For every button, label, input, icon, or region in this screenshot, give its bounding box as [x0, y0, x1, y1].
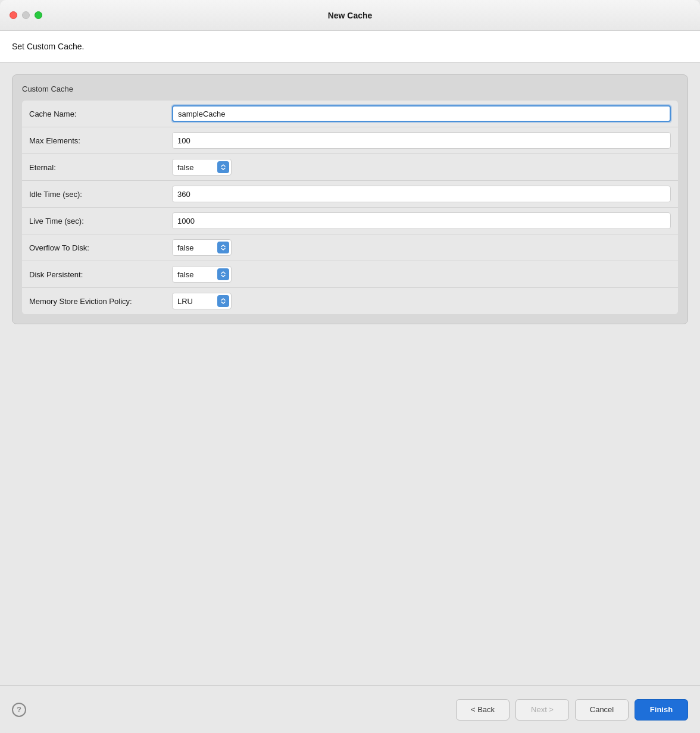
title-bar: New Cache — [0, 0, 700, 31]
cache-name-input[interactable] — [172, 105, 671, 122]
cache-name-row: Cache Name: — [22, 101, 678, 127]
window-controls — [10, 11, 42, 19]
disk-persistent-select[interactable]: false true — [172, 266, 232, 283]
form-container: Cache Name: Max Elements: Eternal: false… — [22, 101, 678, 314]
overflow-to-disk-select-wrapper: false true — [172, 239, 232, 256]
window-title: New Cache — [328, 11, 373, 20]
idle-time-row: Idle Time (sec): — [22, 181, 678, 208]
subtitle-bar: Set Custom Cache. — [0, 31, 700, 62]
live-time-row: Live Time (sec): — [22, 208, 678, 234]
eternal-label: Eternal: — [29, 163, 172, 172]
max-elements-row: Max Elements: — [22, 127, 678, 154]
eviction-policy-select-wrapper: LRU LFU FIFO — [172, 293, 232, 309]
idle-time-label: Idle Time (sec): — [29, 190, 172, 199]
panel-title: Custom Cache — [22, 84, 678, 93]
cache-name-label: Cache Name: — [29, 109, 172, 118]
next-button[interactable]: Next > — [515, 699, 569, 721]
minimize-button[interactable] — [22, 11, 30, 19]
back-button[interactable]: < Back — [456, 699, 510, 721]
max-elements-label: Max Elements: — [29, 136, 172, 145]
overflow-to-disk-label: Overflow To Disk: — [29, 243, 172, 252]
disk-persistent-row: Disk Persistent: false true — [22, 261, 678, 288]
footer-left: ? — [12, 703, 26, 717]
finish-button[interactable]: Finish — [635, 699, 688, 721]
eviction-policy-row: Memory Store Eviction Policy: LRU LFU FI… — [22, 288, 678, 314]
eternal-select-wrapper: false true — [172, 159, 232, 176]
eviction-policy-label: Memory Store Eviction Policy: — [29, 297, 172, 306]
help-button[interactable]: ? — [12, 703, 26, 717]
custom-cache-panel: Custom Cache Cache Name: Max Elements: E… — [12, 74, 688, 324]
overflow-to-disk-select[interactable]: false true — [172, 239, 232, 256]
eternal-row: Eternal: false true — [22, 154, 678, 181]
disk-persistent-select-wrapper: false true — [172, 266, 232, 283]
live-time-input[interactable] — [172, 212, 671, 229]
idle-time-input[interactable] — [172, 186, 671, 202]
close-button[interactable] — [10, 11, 17, 19]
live-time-label: Live Time (sec): — [29, 217, 172, 225]
cancel-button[interactable]: Cancel — [575, 699, 629, 721]
eternal-select[interactable]: false true — [172, 159, 232, 176]
footer-buttons: < Back Next > Cancel Finish — [456, 699, 688, 721]
subtitle-text: Set Custom Cache. — [12, 42, 84, 51]
overflow-to-disk-row: Overflow To Disk: false true — [22, 234, 678, 261]
eviction-policy-select[interactable]: LRU LFU FIFO — [172, 293, 232, 309]
main-content: Custom Cache Cache Name: Max Elements: E… — [0, 62, 700, 685]
disk-persistent-label: Disk Persistent: — [29, 270, 172, 279]
max-elements-input[interactable] — [172, 132, 671, 149]
footer: ? < Back Next > Cancel Finish — [0, 685, 700, 733]
maximize-button[interactable] — [35, 11, 42, 19]
